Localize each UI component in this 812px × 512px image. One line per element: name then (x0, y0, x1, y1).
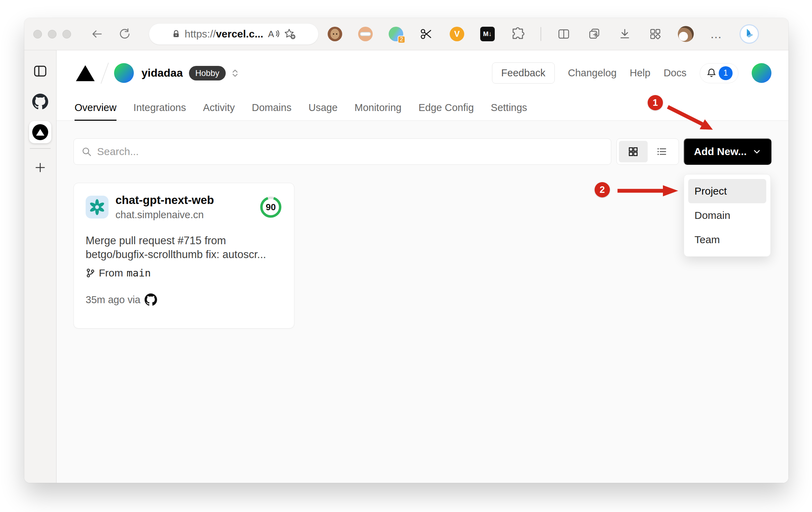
minimize-window-button[interactable] (48, 30, 57, 39)
new-tab-plus-button[interactable] (29, 156, 51, 179)
circle-extension-icon[interactable]: 2 (388, 26, 404, 42)
refresh-button[interactable] (118, 27, 131, 41)
project-search (74, 138, 611, 165)
project-app-icon (86, 196, 109, 219)
project-domain[interactable]: chat.simplenaive.cn (115, 209, 214, 221)
collections-icon[interactable] (586, 26, 602, 42)
deployment-meta: 35m ago via (86, 293, 282, 306)
git-branch-icon (86, 268, 95, 278)
tab-usage[interactable]: Usage (309, 96, 338, 121)
window-controls (33, 30, 71, 39)
tab-overview[interactable]: Overview (75, 96, 116, 121)
annotation-arrow-1 (665, 104, 717, 134)
bing-chat-button[interactable] (739, 26, 760, 42)
grid-icon (627, 146, 639, 157)
tab-activity[interactable]: Activity (203, 96, 235, 121)
notifications-button[interactable]: 1 (700, 63, 738, 83)
zoom-window-button[interactable] (62, 30, 71, 39)
github-sidebar-icon[interactable] (29, 91, 51, 113)
tab-settings[interactable]: Settings (491, 96, 527, 121)
extensions-puzzle-icon[interactable] (510, 26, 526, 42)
vercel-logo[interactable] (75, 63, 96, 83)
browser-sidebar (24, 50, 57, 483)
tab-monitoring[interactable]: Monitoring (355, 96, 401, 121)
search-input[interactable] (97, 146, 603, 157)
plan-badge: Hobby (189, 66, 225, 80)
dropdown-item-project[interactable]: Project (688, 179, 766, 203)
branch-row: From main (86, 267, 282, 279)
v-extension-icon[interactable]: V (449, 26, 465, 42)
back-arrow-icon (91, 28, 103, 40)
refresh-icon (118, 28, 130, 40)
add-new-dropdown: Project Domain Team (684, 174, 771, 257)
feedback-button[interactable]: Feedback (492, 62, 555, 84)
docs-link[interactable]: Docs (664, 67, 686, 79)
sidebar-divider (30, 148, 51, 149)
dropdown-item-team[interactable]: Team (688, 228, 766, 252)
sidebar-panel-icon[interactable] (29, 60, 51, 82)
browser-titlebar: https://vercel.c... A 2 V M↓ (24, 18, 788, 50)
search-icon (81, 146, 92, 157)
changelog-link[interactable]: Changelog (568, 67, 616, 79)
tab-edge-config[interactable]: Edge Config (418, 96, 474, 121)
commit-message[interactable]: Merge pull request #715 from betgo/bugfi… (86, 234, 273, 262)
annotation-step-1-badge: 1 (648, 95, 663, 110)
annotation-step-2-badge: 2 (595, 182, 610, 197)
project-card[interactable]: chat-gpt-next-web chat.simplenaive.cn 90… (74, 183, 294, 328)
notification-count-badge: 1 (719, 66, 733, 80)
annotation-arrow-2 (615, 184, 680, 198)
tab-domains[interactable]: Domains (252, 96, 291, 121)
browser-window: https://vercel.c... A 2 V M↓ (24, 18, 788, 483)
split-screen-icon[interactable] (556, 26, 572, 42)
team-avatar[interactable] (114, 63, 134, 83)
user-avatar[interactable] (752, 63, 771, 83)
team-name[interactable]: yidadaa (141, 67, 183, 79)
read-aloud-icon[interactable]: A (267, 29, 280, 39)
vercel-header: yidadaa Hobby Feedback Changelog Help Do… (57, 50, 788, 96)
branch-name: main (127, 267, 151, 279)
list-view-button[interactable] (648, 141, 676, 162)
bing-icon (740, 24, 759, 44)
favorite-star-icon[interactable] (284, 28, 296, 40)
grid-view-button[interactable] (619, 141, 648, 162)
avatar-extension-icon[interactable] (357, 26, 373, 42)
extensions-bar: 2 V M↓ (327, 26, 760, 42)
from-label: From (99, 267, 123, 279)
breadcrumb-slash (101, 62, 109, 84)
chevron-updown-icon (231, 68, 240, 78)
github-icon (145, 293, 157, 306)
toolbar-divider (541, 27, 541, 41)
vercel-tab-icon (32, 124, 48, 140)
apps-grid-icon[interactable] (647, 26, 663, 42)
dropdown-item-domain[interactable]: Domain (688, 203, 766, 228)
address-bar[interactable]: https://vercel.c... A (149, 23, 319, 45)
monkey-extension-icon[interactable] (327, 26, 343, 42)
add-new-button[interactable]: Add New... (684, 138, 771, 165)
score-value: 90 (259, 196, 282, 219)
dashboard-body: Add New... chat-gpt-next-web chat.simple… (57, 121, 788, 483)
vercel-sidebar-tab[interactable] (29, 121, 51, 143)
markdown-download-extension-icon[interactable]: M↓ (480, 26, 495, 42)
help-link[interactable]: Help (630, 67, 650, 79)
deploy-time: 35m ago via (86, 294, 140, 306)
svg-text:A: A (268, 29, 274, 39)
scissors-extension-icon[interactable] (418, 26, 434, 42)
project-name[interactable]: chat-gpt-next-web (115, 194, 214, 207)
extension-count-badge: 2 (398, 36, 405, 43)
back-button[interactable] (90, 27, 104, 41)
close-window-button[interactable] (33, 30, 42, 39)
chevron-down-icon (752, 147, 761, 156)
lock-icon (172, 29, 181, 39)
list-icon (656, 146, 668, 157)
tab-integrations[interactable]: Integrations (133, 96, 186, 121)
url-text: https://vercel.c... (185, 28, 264, 40)
profile-avatar[interactable] (678, 26, 694, 42)
vercel-dashboard-page: yidadaa Hobby Feedback Changelog Help Do… (57, 50, 788, 483)
score-ring[interactable]: 90 (259, 196, 282, 219)
downloads-icon[interactable] (617, 26, 633, 42)
bell-icon (706, 67, 717, 79)
view-toggle (616, 138, 679, 165)
settings-more-button[interactable]: … (708, 26, 724, 42)
team-switcher-button[interactable] (231, 68, 240, 78)
